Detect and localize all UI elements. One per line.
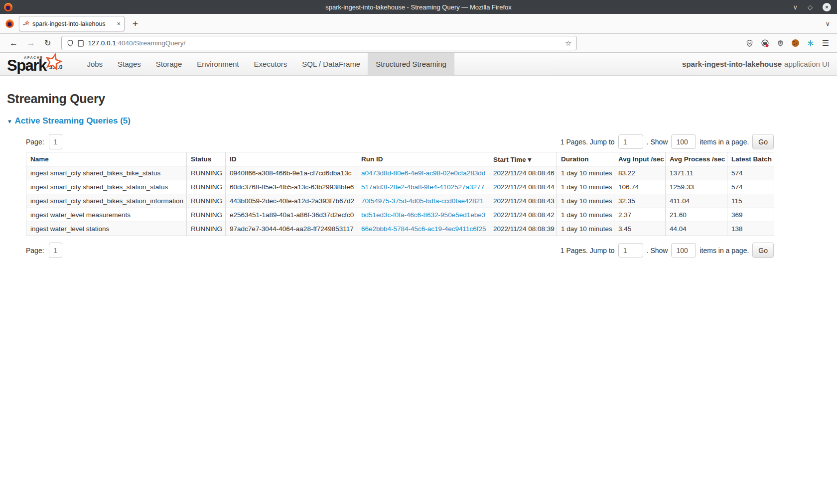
latest-batch-cell: 138	[727, 222, 774, 236]
column-header[interactable]: Start Time ▾	[489, 152, 557, 166]
latest-batch-cell: 115	[727, 194, 774, 208]
ublock-shield-icon[interactable]	[777, 39, 784, 47]
nav-tab-executors[interactable]: Executors	[247, 53, 295, 75]
run-id-cell: bd51ed3c-f0fa-46c6-8632-950e5ed1ebe3	[357, 208, 489, 222]
spark-logo[interactable]: APACHE Spark 3.3.0	[0, 53, 79, 75]
new-tab-button[interactable]: +	[133, 18, 138, 29]
list-tabs-chevron-icon[interactable]: ∨	[825, 20, 830, 27]
run-id-cell: 66e2bbb4-5784-45c6-ac19-4ec9411c6f25	[357, 222, 489, 236]
tab-bar: spark-ingest-into-lakehous × + ∨	[0, 14, 837, 34]
run-id-cell: a0473d8d-80e6-4e9f-ac98-02e0cfa283dd	[357, 166, 489, 180]
status-cell: RUNNING	[187, 180, 226, 194]
active-queries-toggle[interactable]: ▾ Active Streaming Queries (5)	[8, 116, 830, 126]
reload-button[interactable]: ↻	[40, 38, 55, 48]
url-text[interactable]: 127.0.0.1:4040/StreamingQuery/	[88, 39, 185, 47]
column-header[interactable]: Name	[26, 152, 187, 166]
maximize-button[interactable]: ◇	[808, 4, 813, 10]
column-header[interactable]: Latest Batch	[727, 152, 774, 166]
bookmark-star-icon[interactable]: ☆	[565, 39, 571, 48]
run-id-link[interactable]: 517afd3f-28e2-4ba8-9fe4-4102527a3277	[361, 183, 484, 191]
avg-process-cell: 1259.33	[666, 180, 727, 194]
items-per-page-input[interactable]	[671, 134, 696, 149]
latest-batch-cell: 574	[727, 180, 774, 194]
go-button[interactable]: Go	[752, 243, 774, 258]
column-header[interactable]: Status	[187, 152, 226, 166]
back-button[interactable]: ←	[5, 38, 22, 48]
page-number-button[interactable]: 1	[49, 243, 62, 258]
extension-icons: ☰	[746, 38, 832, 48]
run-id-link[interactable]: bd51ed3c-f0fa-46c6-8632-950e5ed1ebe3	[361, 211, 485, 219]
browser-tab[interactable]: spark-ingest-into-lakehous ×	[19, 16, 125, 31]
page-label: Page:	[26, 247, 44, 254]
nav-tab-storage[interactable]: Storage	[148, 53, 190, 75]
run-id-link[interactable]: 66e2bbb4-5784-45c6-ac19-4ec9411c6f25	[361, 225, 486, 233]
tracking-shield-icon[interactable]	[67, 39, 74, 47]
spark-star-icon	[44, 53, 63, 72]
firefox-view-icon[interactable]	[5, 19, 14, 28]
status-cell: RUNNING	[187, 166, 226, 180]
name-cell: ingest water_level measurements	[26, 208, 187, 222]
items-per-page-input[interactable]	[671, 243, 696, 257]
column-header[interactable]: Avg Input /sec	[614, 152, 666, 166]
name-cell: ingest smart_city shared_bikes_station_s…	[26, 180, 187, 194]
start-time-cell: 2022/11/24 08:08:43	[489, 194, 557, 208]
avg-process-cell: 411.04	[666, 194, 727, 208]
tab-close-icon[interactable]: ×	[117, 20, 121, 27]
app-ui-suffix: application UI	[784, 60, 830, 68]
column-header[interactable]: Avg Process /sec	[666, 152, 727, 166]
window-titlebar: spark-ingest-into-lakehouse - Streaming …	[0, 0, 837, 14]
table-row: ingest smart_city shared_bikes_bike_stat…	[26, 166, 774, 180]
streaming-queries-table: NameStatusIDRun IDStart Time ▾DurationAv…	[26, 152, 774, 236]
nav-tab-jobs[interactable]: Jobs	[79, 53, 110, 75]
app-name: spark-ingest-into-lakehouse	[682, 60, 782, 68]
latest-batch-cell: 369	[727, 208, 774, 222]
close-button[interactable]: ×	[823, 3, 831, 11]
minimize-button[interactable]: ∨	[793, 4, 798, 10]
window-controls: ∨ ◇ ×	[793, 3, 837, 11]
page-label: Page:	[26, 138, 44, 146]
nav-tab-sql-dataframe[interactable]: SQL / DataFrame	[294, 53, 368, 75]
pocket-shield-icon[interactable]	[746, 39, 753, 47]
page-number-button[interactable]: 1	[49, 134, 62, 149]
column-header[interactable]: ID	[226, 152, 357, 166]
url-bar[interactable]: 127.0.0.1:4040/StreamingQuery/ ☆	[61, 36, 577, 50]
duration-cell: 1 day 10 minutes	[557, 208, 614, 222]
mask-badge-icon[interactable]	[761, 39, 769, 47]
avg-input-cell: 2.37	[614, 208, 666, 222]
duration-cell: 1 day 10 minutes	[557, 222, 614, 236]
nav-tab-stages[interactable]: Stages	[110, 53, 148, 75]
id-cell: 60dc3768-85e3-4fb5-a13c-63b29938bfe6	[226, 180, 357, 194]
column-header[interactable]: Duration	[557, 152, 614, 166]
pagination-top: Page: 1 1 Pages. Jump to . Show items in…	[26, 134, 774, 149]
page-title: Streaming Query	[7, 92, 830, 106]
status-cell: RUNNING	[187, 194, 226, 208]
nav-tab-structured-streaming[interactable]: Structured Streaming	[368, 53, 454, 75]
jump-to-page-input[interactable]	[618, 134, 643, 149]
avg-input-cell: 83.22	[614, 166, 666, 180]
name-cell: ingest smart_city shared_bikes_bike_stat…	[26, 166, 187, 180]
nav-tab-environment[interactable]: Environment	[189, 53, 246, 75]
window-title: spark-ingest-into-lakehouse - Streaming …	[0, 3, 837, 11]
page-info-icon[interactable]	[78, 40, 84, 47]
firefox-icon	[4, 3, 12, 11]
column-header[interactable]: Run ID	[357, 152, 489, 166]
go-button[interactable]: Go	[752, 134, 774, 149]
asterisk-extension-icon[interactable]	[807, 39, 815, 47]
hamburger-menu-icon[interactable]: ☰	[822, 38, 829, 48]
page-content: Streaming Query ▾ Active Streaming Queri…	[0, 92, 837, 258]
cookie-icon[interactable]	[792, 39, 799, 47]
url-path: :4040/StreamingQuery/	[116, 39, 186, 47]
jump-to-page-input[interactable]	[618, 243, 643, 257]
start-time-cell: 2022/11/24 08:08:42	[489, 208, 557, 222]
forward-button: →	[22, 38, 40, 48]
run-id-link[interactable]: a0473d8d-80e6-4e9f-ac98-02e0cfa283dd	[361, 169, 485, 177]
items-label: items in a page.	[699, 138, 749, 146]
run-id-link[interactable]: 70f54975-375d-4d05-bdfa-ccd0fae42821	[361, 197, 483, 205]
id-cell: e2563451-1a89-40a1-a86f-36d37d2ecfc0	[226, 208, 357, 222]
avg-input-cell: 32.35	[614, 194, 666, 208]
pagination-bottom: Page: 1 1 Pages. Jump to . Show items in…	[26, 243, 774, 258]
items-label: items in a page.	[699, 247, 749, 254]
id-cell: 443b0059-2dec-40fe-a12d-2a393f7b67d2	[226, 194, 357, 208]
duration-cell: 1 day 10 minutes	[557, 194, 614, 208]
nav-tabs: JobsStagesStorageEnvironmentExecutorsSQL…	[79, 53, 454, 75]
